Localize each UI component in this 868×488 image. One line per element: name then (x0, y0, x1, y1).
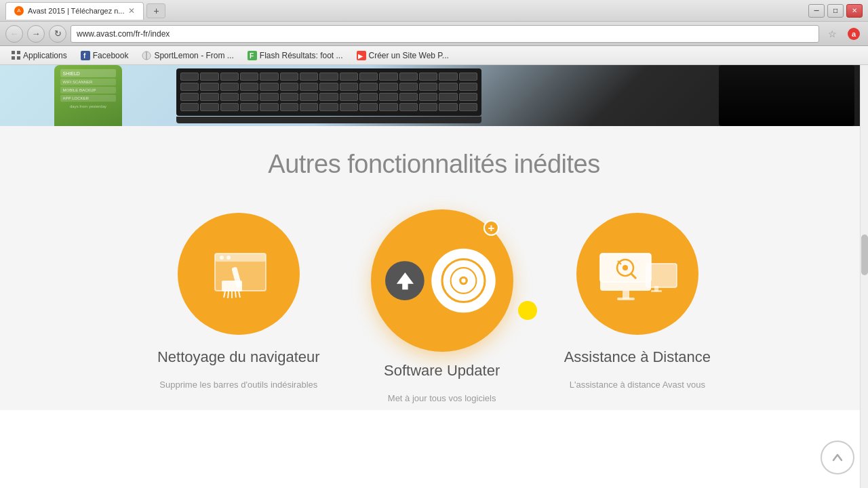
scrollbar[interactable] (860, 65, 868, 488)
svg-point-16 (220, 256, 224, 260)
address-bar[interactable]: www.avast.com/fr-fr/index (71, 25, 819, 43)
chevron-up-icon (831, 451, 844, 464)
svg-line-21 (228, 291, 229, 298)
forward-button[interactable]: → (27, 25, 45, 43)
titlebar: A Avast 2015 | Téléchargez n... ✕ + ─ □ … (0, 0, 868, 22)
features-section: Autres fonctionnalités inédites (0, 126, 868, 410)
features-grid: Nettoyage du navigateur Supprime les bar… (0, 213, 868, 403)
navbar: ← → ↻ www.avast.com/fr-fr/index ☆ a (0, 22, 868, 46)
bookmark-applications[interactable]: Applications (5, 49, 73, 62)
svg-rect-2 (12, 51, 15, 54)
back-to-top-button[interactable] (821, 441, 854, 474)
bookmark-label: SportLemon - From ... (154, 51, 233, 60)
feature-name-2: Software Updater (384, 362, 500, 380)
avast-icon[interactable]: a (845, 25, 863, 43)
svg-point-17 (226, 256, 231, 260)
feature-desc-3: L'assistance à distance Avast vous (570, 380, 705, 390)
feature-name-3: Assistance à Distance (564, 348, 711, 366)
section-title: Autres fonctionnalités inédites (0, 150, 868, 179)
tab-close-icon[interactable]: ✕ (128, 6, 135, 16)
minimize-button[interactable]: ─ (808, 4, 825, 18)
window-controls: ─ □ ✕ (808, 4, 863, 18)
bookmark-sportlemon[interactable]: SportLemon - From ... (136, 49, 239, 62)
upload-arrow (385, 261, 425, 300)
sport-icon (142, 51, 151, 60)
scrollbar-thumb[interactable] (861, 235, 868, 275)
feature-desc-2: Met à jour tous vos logiciels (388, 393, 496, 403)
back-button[interactable]: ← (5, 25, 23, 43)
feature-desc-1: Supprime les barres d'outils indésirable… (159, 380, 317, 390)
feature-circle-3 (576, 213, 698, 335)
flash-icon: F (248, 51, 257, 60)
feature-item-browser-cleaner: Nettoyage du navigateur Supprime les bar… (157, 213, 320, 403)
svg-rect-38 (646, 264, 677, 287)
tab-title: Avast 2015 | Téléchargez n... (28, 7, 124, 15)
maximize-button[interactable]: □ (827, 4, 844, 18)
svg-text:a: a (852, 30, 856, 38)
bookmark-web[interactable]: ▶ Créer un Site Web P... (351, 49, 454, 62)
svg-line-23 (235, 291, 236, 298)
svg-line-24 (239, 291, 240, 298)
feature-item-remote: Assistance à Distance L'assistance à dis… (564, 213, 711, 403)
bookmark-label: Flash Résultats: foot ... (260, 51, 343, 60)
svg-text:F: F (250, 52, 254, 60)
svg-marker-29 (396, 272, 413, 289)
bookmark-label: Facebook (93, 51, 129, 60)
svg-line-20 (224, 291, 225, 298)
bookmark-label: Créer un Site Web P... (369, 51, 449, 60)
active-tab[interactable]: A Avast 2015 | Téléchargez n... ✕ (5, 2, 144, 20)
tab-favicon: A (14, 6, 24, 16)
browser-window: A Avast 2015 | Téléchargez n... ✕ + ─ □ … (0, 0, 868, 488)
svg-rect-33 (617, 298, 635, 300)
bookmark-facebook[interactable]: f Facebook (75, 49, 134, 62)
bookmark-star-icon[interactable]: ☆ (823, 25, 841, 43)
laptop-image: // Generate keys inline via JS after pag… (176, 68, 481, 123)
svg-rect-4 (12, 56, 15, 60)
cd-icon (438, 256, 488, 306)
bookmark-label: Applications (23, 51, 67, 60)
feature-circle-1 (178, 213, 300, 335)
brush-icon (201, 237, 276, 311)
svg-rect-19 (222, 281, 242, 291)
web-icon: ▶ (357, 51, 366, 60)
svg-rect-40 (651, 290, 662, 292)
feature-name-1: Nettoyage du navigateur (157, 348, 320, 366)
close-button[interactable]: ✕ (846, 4, 863, 18)
plus-badge: + (484, 220, 499, 236)
upload-icon (393, 269, 416, 292)
grid-icon (11, 51, 20, 60)
phone-mockup: SHIELD WIFI SCANNER MOBILE BACKUP APP LO… (54, 65, 122, 126)
inner-circle (431, 249, 496, 313)
feature-circle-2: + (371, 209, 513, 352)
reload-button[interactable]: ↻ (49, 25, 66, 43)
bookmarks-bar: Applications f Facebook SportLemon - Fro… (0, 46, 868, 65)
facebook-icon: f (81, 51, 90, 60)
feature-item-software-updater: + Software Updater Met à jour tous vos l… (374, 213, 510, 403)
svg-point-37 (623, 265, 628, 270)
bookmark-flash[interactable]: F Flash Résultats: foot ... (242, 49, 349, 62)
hero-image: SHIELD WIFI SCANNER MOBILE BACKUP APP LO… (0, 65, 868, 126)
svg-rect-5 (17, 56, 20, 60)
content-area: SHIELD WIFI SCANNER MOBILE BACKUP APP LO… (0, 65, 868, 488)
cursor-indicator (518, 301, 537, 320)
svg-text:▶: ▶ (358, 53, 363, 60)
svg-rect-3 (17, 51, 20, 54)
remote-icon (593, 240, 682, 308)
url-text: www.avast.com/fr-fr/index (77, 29, 170, 39)
new-tab-button[interactable]: + (146, 3, 165, 18)
speaker-image (719, 65, 854, 126)
